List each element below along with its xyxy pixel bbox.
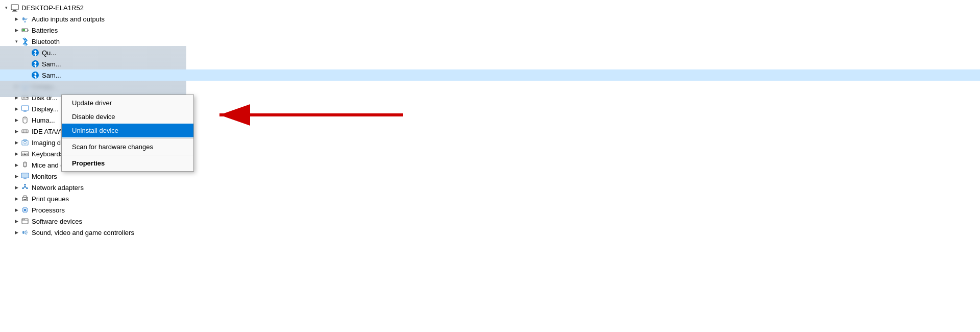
tree-item-monitors[interactable]: ▶ Monitors (0, 171, 980, 182)
svg-rect-71 (22, 231, 24, 234)
expand-icon-imaging: ▶ (12, 138, 20, 147)
svg-rect-38 (27, 154, 28, 155)
expand-icon-hid: ▶ (12, 116, 20, 124)
svg-point-56 (26, 198, 27, 199)
bluetooth-icon (20, 37, 30, 46)
svg-point-69 (22, 219, 23, 220)
bt3-label: Sam... (42, 72, 61, 79)
svg-point-41 (24, 165, 26, 167)
svg-rect-3 (22, 17, 24, 20)
network-label: Network adapters (32, 184, 84, 192)
expand-icon-bluetooth: ▾ (12, 37, 20, 45)
svg-rect-32 (22, 153, 23, 154)
software-label: Software devices (32, 218, 82, 225)
svg-rect-7 (28, 30, 29, 31)
hid-label: Huma... (32, 116, 55, 124)
device-manager: ▾ DESKTOP-ELA1R52 ▶ Audio inputs and out… (0, 0, 980, 332)
svg-rect-19 (21, 106, 29, 110)
tree-item-sound[interactable]: ▶ Sound, video and game controllers (0, 227, 980, 238)
context-menu-properties[interactable]: Properties (62, 156, 193, 170)
expand-icon-bt2 (22, 60, 31, 68)
expand-icon-ide: ▶ (12, 127, 20, 135)
svg-rect-35 (27, 153, 28, 154)
print-label: Print queues (32, 195, 69, 203)
expand-icon-processors: ▶ (12, 206, 20, 214)
display-label: Display... (32, 105, 59, 113)
tree-item-print[interactable]: ▶ Print queues (0, 193, 980, 204)
svg-rect-2 (12, 11, 17, 12)
sound-icon (20, 228, 30, 237)
context-menu-separator (62, 138, 193, 139)
tree-item-bluetooth[interactable]: ▾ Bluetooth (0, 36, 980, 47)
svg-rect-37 (24, 154, 26, 155)
bluetooth-label: Bluetooth (32, 38, 60, 45)
expand-icon-audio: ▶ (12, 15, 20, 23)
ide-icon (20, 127, 30, 136)
expand-icon-software: ▶ (12, 217, 20, 225)
tree-item-audio[interactable]: ▶ Audio inputs and outputs (0, 13, 980, 25)
context-menu-scan-hardware[interactable]: Scan for hardware changes (62, 140, 193, 154)
svg-rect-1 (13, 10, 16, 11)
tree-item-batteries[interactable]: ▶ Batteries (0, 25, 980, 36)
hid-icon (20, 115, 30, 125)
computer-icon (10, 3, 19, 12)
tree-item-bt3[interactable]: Sam... (0, 69, 980, 81)
expand-icon-batteries: ▶ (12, 26, 20, 34)
bt2-label: Sam... (42, 60, 61, 68)
sound-label: Sound, video and game controllers (32, 229, 134, 236)
expand-icon-display: ▶ (12, 105, 20, 113)
context-menu-uninstall-device[interactable]: Uninstall device (62, 124, 193, 137)
expand-icon-mice: ▶ (12, 161, 20, 169)
processors-label: Processors (32, 206, 65, 214)
svg-rect-33 (24, 153, 25, 154)
processor-icon (20, 205, 30, 215)
svg-rect-31 (21, 152, 29, 156)
imaging-icon (20, 138, 30, 147)
expand-icon-keyboards: ▶ (12, 150, 20, 158)
svg-point-29 (24, 141, 27, 144)
svg-rect-0 (11, 5, 18, 10)
bt3-icon (31, 70, 40, 80)
context-menu: Update driver Disable device Uninstall d… (61, 94, 194, 172)
expand-icon-root: ▾ (2, 4, 10, 12)
bt1-label: Qu... (42, 49, 56, 57)
expand-icon-monitors: ▶ (12, 172, 20, 180)
display-icon (20, 104, 30, 113)
context-menu-update-driver[interactable]: Update driver (62, 96, 193, 110)
expand-icon-sound: ▶ (12, 228, 20, 236)
tree-item-bt2[interactable]: Sam... (0, 58, 980, 69)
svg-rect-58 (24, 209, 26, 211)
tree-item-bt1[interactable]: Qu... (0, 47, 980, 58)
svg-rect-52 (24, 184, 26, 185)
monitor-icon (20, 172, 30, 181)
svg-rect-8 (22, 29, 25, 31)
expand-icon-bt1 (22, 49, 31, 57)
tree-item-processors[interactable]: ▶ Processors (0, 204, 980, 216)
tree-item-software[interactable]: ▶ Software devices (0, 216, 980, 227)
expand-icon-bt3 (22, 71, 31, 79)
tree-container: ▾ DESKTOP-ELA1R52 ▶ Audio inputs and out… (0, 0, 980, 332)
svg-point-70 (24, 219, 25, 220)
svg-rect-34 (26, 153, 27, 154)
audio-icon (20, 14, 30, 23)
mice-icon (20, 160, 30, 170)
keyboards-label: Keyboards (32, 150, 63, 158)
keyboard-icon (20, 149, 30, 158)
audio-label: Audio inputs and outputs (32, 15, 105, 23)
bt1-icon (31, 48, 40, 57)
context-menu-separator2 (62, 155, 193, 155)
expand-icon-print: ▶ (12, 195, 20, 203)
print-icon (20, 194, 30, 203)
svg-rect-43 (22, 174, 28, 177)
svg-rect-55 (23, 199, 27, 200)
battery-icon (20, 26, 30, 35)
expand-icon-network: ▶ (12, 183, 20, 192)
bt2-icon (31, 59, 40, 68)
network-icon (20, 183, 30, 192)
context-menu-disable-device[interactable]: Disable device (62, 110, 193, 124)
tree-item-network[interactable]: ▶ Network adapters (0, 182, 980, 193)
svg-rect-36 (22, 154, 23, 155)
tree-root[interactable]: ▾ DESKTOP-ELA1R52 (0, 2, 980, 13)
software-icon (20, 217, 30, 226)
monitors-label: Monitors (32, 173, 57, 180)
